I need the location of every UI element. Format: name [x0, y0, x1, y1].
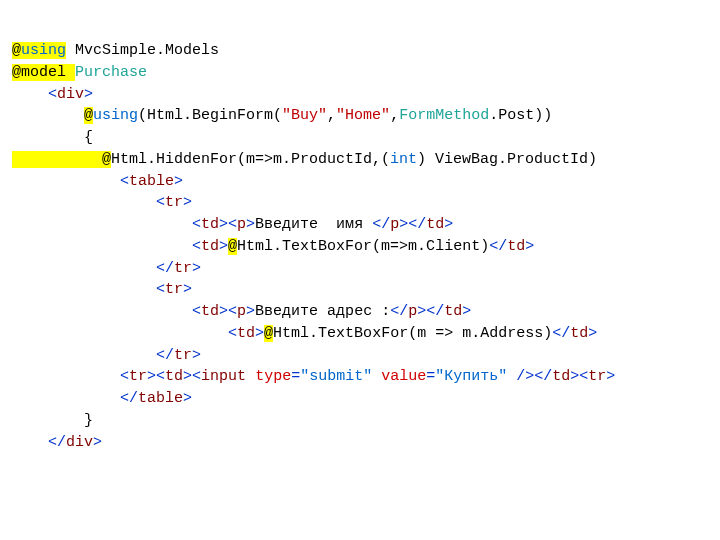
code-line-14: <td>@Html.TextBoxFor(m => m.Address)</td… [12, 325, 597, 342]
code-line-3: <div> [12, 86, 93, 103]
code-line-12: <tr> [12, 281, 192, 298]
code-line-18: } [12, 412, 93, 429]
code-line-17: </table> [12, 390, 192, 407]
code-line-10: <td>@Html.TextBoxFor(m=>m.Client)</td> [12, 238, 534, 255]
code-line-8: <tr> [12, 194, 192, 211]
code-line-13: <td><p>Введите адрес :</p></td> [12, 303, 471, 320]
code-line-16: <tr><td><input type="submit" value="Купи… [12, 368, 615, 385]
code-line-15: </tr> [12, 347, 201, 364]
code-line-9: <td><p>Введите имя </p></td> [12, 216, 453, 233]
code-line-5: { [12, 129, 93, 146]
code-line-1: @using MvcSimple.Models [12, 42, 219, 59]
code-line-19: </div> [12, 434, 102, 451]
code-line-7: <table> [12, 173, 183, 190]
code-line-2: @model Purchase [12, 64, 147, 81]
code-line-4: @using(Html.BeginForm("Buy","Home",FormM… [12, 107, 552, 124]
code-block: @using MvcSimple.Models @model Purchase … [0, 0, 720, 453]
code-line-6: @Html.HiddenFor(m=>m.ProductId,(int) Vie… [12, 151, 597, 168]
code-line-11: </tr> [12, 260, 201, 277]
